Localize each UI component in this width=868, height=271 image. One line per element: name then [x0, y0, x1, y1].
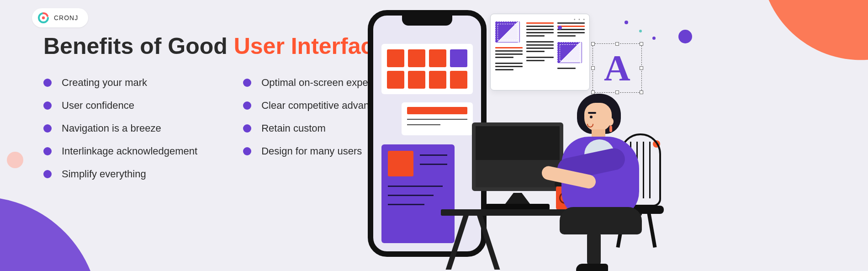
benefit-item: Interlinkage acknowledgement — [43, 145, 197, 157]
phone-notch — [402, 16, 452, 26]
benefit-item: Navigation is a breeze — [43, 122, 197, 134]
benefit-label: Navigation is a breeze — [62, 122, 161, 134]
window-controls-icon: • • • — [574, 17, 586, 22]
decor-blob-bottom-left — [0, 196, 111, 271]
bullet-icon — [243, 101, 251, 110]
glyph-letter: A — [593, 44, 641, 92]
phone-card-text — [402, 102, 473, 135]
benefit-label: User confidence — [62, 100, 134, 112]
person-illustration — [560, 94, 660, 267]
wireframe-window: • • • — [490, 14, 590, 90]
brand-logo: CRONJ — [32, 8, 88, 27]
bullet-icon — [243, 124, 251, 133]
benefit-label: Retain custom — [261, 122, 326, 134]
page-title: Benefits of Good User Interface — [43, 33, 386, 59]
benefit-label: Interlinkage acknowledgement — [62, 145, 197, 157]
page-title-accent: User Interface — [234, 33, 386, 59]
benefit-label: Creating your mark — [62, 77, 147, 89]
benefit-label: Design for many users — [261, 145, 362, 157]
benefit-item: User confidence — [43, 100, 197, 112]
brand-mark-icon — [37, 12, 49, 24]
glyph-selection-box: A — [593, 43, 642, 93]
decor-circle-pink — [7, 152, 23, 168]
page-title-prefix: Benefits of Good — [43, 33, 234, 59]
placeholder-image-icon — [495, 21, 520, 43]
decor-dot — [558, 26, 562, 30]
hero-illustration: • • • A — [368, 9, 861, 270]
benefits-column-1: Creating your mark User confidence Navig… — [43, 77, 197, 180]
bullet-icon — [43, 170, 52, 178]
benefit-label: Simplify everything — [62, 168, 146, 180]
bullet-icon — [43, 79, 52, 87]
bullet-icon — [43, 147, 52, 155]
bullet-icon — [243, 147, 251, 155]
brand-name: CRONJ — [54, 14, 78, 21]
benefits-list: Creating your mark User confidence Navig… — [43, 77, 396, 180]
phone-mockup — [368, 10, 487, 257]
bullet-icon — [43, 101, 52, 110]
phone-card-tiles — [381, 44, 473, 94]
benefit-item: Simplify everything — [43, 168, 197, 180]
svg-point-0 — [42, 16, 45, 19]
monitor-icon — [472, 122, 563, 191]
bullet-icon — [43, 124, 52, 133]
benefit-item: Creating your mark — [43, 77, 197, 89]
phone-card-purple — [381, 144, 455, 243]
placeholder-image-icon — [557, 42, 582, 63]
bullet-icon — [243, 79, 251, 87]
